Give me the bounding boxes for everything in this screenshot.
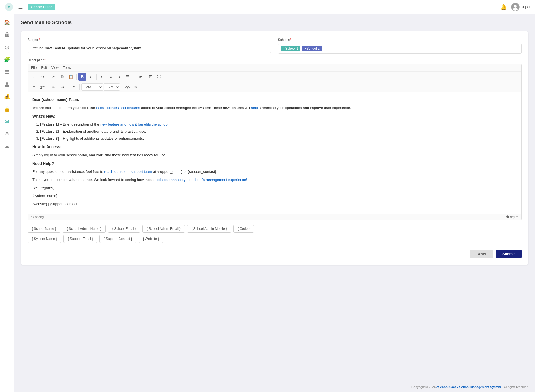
closing: Thank you for being a valued partner. We…	[32, 177, 517, 183]
align-justify-button[interactable]: ☰	[124, 73, 131, 81]
tag-school-email[interactable]: { School Email }	[108, 225, 140, 233]
sidebar-item-list[interactable]: ☰	[1, 66, 13, 78]
tag-school-admin-mobile[interactable]: { School Admin Mobile }	[187, 225, 231, 233]
schools-group: Schools* ×School 1 ×School 2	[278, 38, 522, 54]
align-center-button[interactable]: ≡	[107, 73, 115, 81]
tag-school-admin-email[interactable]: { School Admin Email }	[142, 225, 185, 233]
intro: We are excited to inform you about the l…	[32, 105, 517, 111]
preview-button[interactable]: 👁	[132, 83, 140, 91]
footer-suffix: . All rights reserved	[502, 385, 528, 389]
page-title: Send Mail to Schools	[21, 20, 528, 26]
divider-4	[133, 74, 133, 80]
bold-button[interactable]: B	[78, 73, 86, 81]
whats-new-heading: What's New:	[32, 113, 517, 119]
table-button[interactable]: ⊞▾	[135, 73, 143, 81]
editor-statusbar: p › strong 🅣 tiny ✏	[28, 214, 521, 220]
feature-3: [Feature 3] – Highlights of additional u…	[40, 136, 517, 142]
sidebar-item-user[interactable]	[1, 79, 13, 90]
menu-file[interactable]: File	[31, 66, 37, 70]
font-size-select[interactable]: 12pt 10pt 14pt 16pt	[104, 83, 120, 91]
editor-content[interactable]: Dear {school_name} Team, We are excited …	[28, 92, 521, 214]
cache-clear-button[interactable]: Cache Clear	[28, 4, 55, 10]
main-content: Send Mail to Schools Subject* Schools* ×…	[14, 14, 535, 382]
hamburger-icon[interactable]: ☰	[18, 4, 23, 10]
template-tags-row2: { System Name } { Support Email } { Supp…	[28, 235, 522, 243]
footer-link[interactable]: eSchool Saas - School Management System	[436, 385, 501, 389]
tiny-logo: 🅣 tiny ✏	[506, 215, 518, 219]
redo-button[interactable]: ↪	[38, 73, 46, 81]
submit-button[interactable]: Submit	[496, 250, 522, 258]
align-left-button[interactable]: ⇤	[98, 73, 106, 81]
topbar-right: 🔔 super	[500, 3, 531, 11]
sidebar-item-currency[interactable]: 💰	[1, 91, 13, 102]
fullscreen-button[interactable]: ⛶	[155, 73, 163, 81]
send-mail-card: Subject* Schools* ×School 1 ×School 2	[21, 31, 528, 265]
image-button[interactable]: 🖼	[147, 73, 154, 81]
divider-6	[48, 84, 48, 90]
indent-button[interactable]: ⇥	[58, 83, 66, 91]
how-to-access-heading: How to Access:	[32, 144, 517, 150]
sidebar-item-home[interactable]: 🏠	[1, 17, 13, 28]
school-tag-1[interactable]: ×School 1	[281, 46, 301, 51]
font-family-select[interactable]: Lato Arial Georgia	[81, 83, 103, 91]
svg-point-4	[513, 8, 518, 11]
undo-button[interactable]: ↩	[30, 73, 38, 81]
reset-button[interactable]: Reset	[470, 250, 493, 258]
divider-9	[122, 84, 122, 90]
sidebar-item-cloud[interactable]: ☁	[1, 141, 13, 152]
app-logo: e	[4, 3, 13, 12]
code-button[interactable]: </>	[124, 83, 131, 91]
outdent-button[interactable]: ⇤	[50, 83, 58, 91]
editor-toolbar-row1: ↩ ↪ ✂ ⎘ 📋 B I ⇤ ≡ ⇥ ☰ ⊞▾ 🖼 ⛶	[28, 72, 521, 82]
divider-7	[68, 84, 68, 90]
italic-button[interactable]: I	[87, 73, 95, 81]
editor-container: File Edit View Tools ↩ ↪ ✂ ⎘ 📋 B I ⇤ ≡ ⇥	[28, 64, 522, 220]
cut-button[interactable]: ✂	[50, 73, 58, 81]
system-name: {system_name}	[32, 193, 517, 199]
tag-school-name[interactable]: { School Name }	[28, 225, 60, 233]
avatar	[511, 3, 520, 11]
school-tag-2[interactable]: ×School 2	[302, 46, 322, 51]
tag-website[interactable]: { Website }	[139, 235, 163, 243]
sidebar-item-gear[interactable]: ⚙	[1, 128, 13, 139]
footer-text: Copyright © 2024	[411, 385, 436, 389]
sidebar-item-institution[interactable]: 🏛	[1, 29, 13, 40]
sidebar: 🏠 🏛 ◎ 🧩 ☰ 💰 🔒 ✉ ⚙ ☁	[0, 14, 14, 392]
paste-button[interactable]: 📋	[67, 73, 75, 81]
topbar: e ☰ Cache Clear 🔔 super	[0, 0, 535, 14]
menu-tools[interactable]: Tools	[63, 66, 71, 70]
tag-support-email[interactable]: { Support Email }	[63, 235, 97, 243]
features-list: [Feature 1] – Brief description of the n…	[32, 122, 517, 141]
sidebar-item-settings[interactable]: ◎	[1, 42, 13, 53]
tag-code[interactable]: { Code }	[233, 225, 254, 233]
svg-point-3	[514, 5, 517, 8]
template-tags-row1: { School Name } { School Admin Name } { …	[28, 225, 522, 233]
tag-system-name[interactable]: { System Name }	[28, 235, 61, 243]
blockquote-button[interactable]: ❝	[70, 83, 78, 91]
need-help-heading: Need Help?	[32, 160, 517, 167]
divider-3	[96, 74, 97, 80]
feature-1: [Feature 1] – Brief description of the n…	[40, 122, 517, 128]
need-help: For any questions or assistance, feel fr…	[32, 169, 517, 175]
user-menu[interactable]: super	[511, 3, 531, 11]
tag-school-admin-name[interactable]: { School Admin Name }	[63, 225, 106, 233]
divider-5	[145, 74, 145, 80]
schools-field[interactable]: ×School 1 ×School 2	[278, 44, 522, 54]
divider-1	[48, 74, 48, 80]
notification-bell-icon[interactable]: 🔔	[500, 4, 507, 10]
ordered-list-button[interactable]: 1≡	[38, 83, 46, 91]
svg-point-5	[6, 82, 8, 85]
sidebar-item-mail[interactable]: ✉	[1, 116, 13, 127]
subject-input[interactable]	[28, 44, 271, 53]
copy-button[interactable]: ⎘	[58, 73, 66, 81]
how-to-access: Simply log in to your school portal, and…	[32, 152, 517, 158]
subject-label: Subject*	[28, 38, 271, 42]
footer: Copyright © 2024 eSchool Saas - School M…	[14, 382, 535, 392]
menu-edit[interactable]: Edit	[41, 66, 47, 70]
sidebar-item-lock[interactable]: 🔒	[1, 103, 13, 115]
sidebar-item-puzzle[interactable]: 🧩	[1, 54, 13, 65]
unordered-list-button[interactable]: ≡	[30, 83, 38, 91]
align-right-button[interactable]: ⇥	[115, 73, 123, 81]
tag-support-contact[interactable]: { Support Contact }	[99, 235, 136, 243]
menu-view[interactable]: View	[51, 66, 59, 70]
